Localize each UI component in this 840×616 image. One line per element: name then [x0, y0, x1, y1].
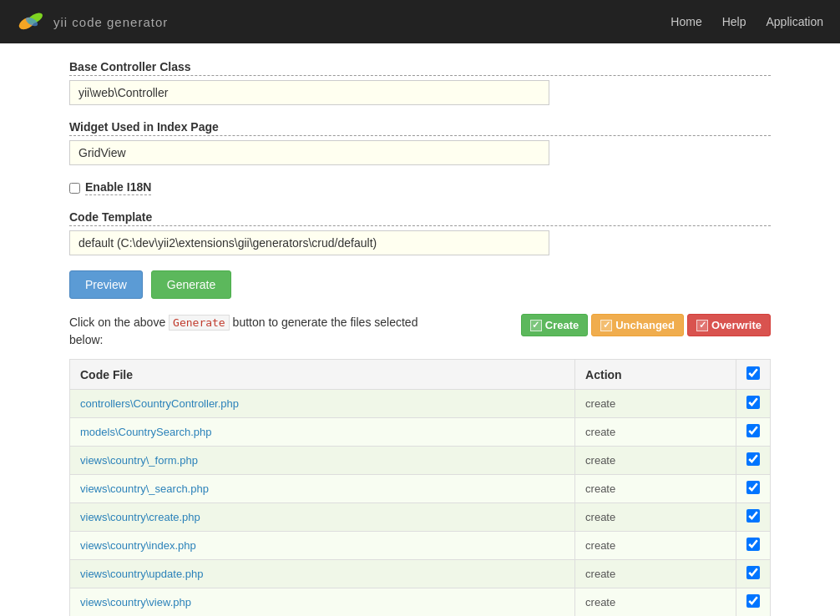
badge-create-label: Create	[545, 319, 579, 331]
widget-label: Widget Used in Index Page	[69, 120, 771, 136]
widget-input[interactable]	[69, 140, 549, 165]
status-row: Click on the above Generate button to ge…	[69, 314, 771, 349]
generate-button[interactable]: Generate	[151, 270, 231, 299]
main-content: Base Controller Class Widget Used in Ind…	[44, 43, 796, 616]
action-cell: create	[575, 418, 736, 447]
row-checkbox-cell	[736, 390, 771, 418]
row-checkbox[interactable]	[746, 424, 760, 437]
button-row: Preview Generate	[69, 270, 771, 299]
file-link[interactable]: views\country\_form.php	[80, 454, 198, 467]
row-checkbox-cell	[736, 560, 771, 588]
status-text: Click on the above Generate button to ge…	[69, 314, 453, 349]
row-checkbox[interactable]	[746, 538, 760, 551]
table-body: controllers\CountryController.php create…	[70, 390, 771, 617]
table-row: controllers\CountryController.php create	[70, 390, 771, 418]
legend-badges: Create Unchanged Overwrite	[521, 314, 771, 336]
badge-unchanged-checkbox	[600, 320, 612, 331]
badge-create: Create	[521, 314, 588, 336]
table-row: models\CountrySearch.php create	[70, 418, 771, 447]
file-link[interactable]: views\country\index.php	[80, 539, 196, 552]
yii-logo-icon	[17, 7, 47, 37]
i18n-label: Enable I18N	[85, 180, 151, 195]
nav-help[interactable]: Help	[722, 15, 746, 28]
row-checkbox[interactable]	[746, 509, 760, 523]
row-checkbox[interactable]	[746, 452, 760, 466]
table-row: views\country\update.php create	[70, 560, 771, 588]
file-cell: views\country\_search.php	[70, 475, 575, 503]
file-link[interactable]: views\country\create.php	[80, 511, 200, 523]
code-template-group: Code Template	[69, 210, 771, 255]
row-checkbox-cell	[736, 503, 771, 532]
action-cell: create	[575, 532, 736, 560]
action-cell: create	[575, 588, 736, 617]
select-all-checkbox[interactable]	[746, 366, 760, 380]
row-checkbox-cell	[736, 588, 771, 617]
row-checkbox[interactable]	[746, 594, 760, 608]
action-cell: create	[575, 475, 736, 503]
file-link[interactable]: views\country\view.php	[80, 596, 191, 608]
file-cell: views\country\_form.php	[70, 447, 575, 475]
file-link[interactable]: views\country\_search.php	[80, 482, 209, 495]
logo-text: yii code generator	[53, 15, 168, 29]
status-prefix: Click on the above	[69, 316, 165, 329]
badge-unchanged-label: Unchanged	[615, 319, 675, 331]
status-keyword: Generate	[169, 315, 230, 331]
action-cell: create	[575, 390, 736, 418]
col-code-file: Code File	[70, 360, 575, 390]
action-cell: create	[575, 503, 736, 532]
file-table: Code File Action controllers\CountryCont…	[69, 359, 771, 616]
i18n-checkbox[interactable]	[69, 183, 80, 194]
base-controller-input[interactable]	[69, 80, 549, 105]
row-checkbox[interactable]	[746, 566, 760, 579]
file-cell: controllers\CountryController.php	[70, 390, 575, 418]
file-link[interactable]: controllers\CountryController.php	[80, 397, 239, 410]
row-checkbox-cell	[736, 532, 771, 560]
file-cell: models\CountrySearch.php	[70, 418, 575, 447]
base-controller-group: Base Controller Class	[69, 60, 771, 105]
col-checkbox-header	[736, 360, 771, 390]
file-cell: views\country\index.php	[70, 532, 575, 560]
table-row: views\country\view.php create	[70, 588, 771, 617]
table-row: views\country\create.php create	[70, 503, 771, 532]
file-link[interactable]: models\CountrySearch.php	[80, 426, 212, 438]
preview-button[interactable]: Preview	[69, 270, 143, 299]
i18n-group: Enable I18N	[69, 180, 771, 195]
table-row: views\country\_search.php create	[70, 475, 771, 503]
badge-overwrite-label: Overwrite	[711, 319, 762, 331]
nav-home[interactable]: Home	[670, 15, 701, 28]
row-checkbox-cell	[736, 447, 771, 475]
row-checkbox[interactable]	[746, 481, 760, 494]
table-row: views\country\index.php create	[70, 532, 771, 560]
file-cell: views\country\create.php	[70, 503, 575, 532]
badge-unchanged: Unchanged	[591, 314, 684, 336]
file-cell: views\country\view.php	[70, 588, 575, 617]
base-controller-label: Base Controller Class	[69, 60, 771, 76]
badge-overwrite: Overwrite	[687, 314, 771, 336]
widget-group: Widget Used in Index Page	[69, 120, 771, 165]
table-row: views\country\_form.php create	[70, 447, 771, 475]
badge-create-checkbox	[530, 320, 542, 331]
file-link[interactable]: views\country\update.php	[80, 568, 203, 580]
code-template-label: Code Template	[69, 210, 771, 226]
badge-overwrite-checkbox	[696, 320, 708, 331]
code-template-input[interactable]	[69, 230, 549, 255]
row-checkbox-cell	[736, 475, 771, 503]
col-action: Action	[575, 360, 736, 390]
row-checkbox-cell	[736, 418, 771, 447]
action-cell: create	[575, 447, 736, 475]
file-cell: views\country\update.php	[70, 560, 575, 588]
header: yii code generator Home Help Application	[0, 0, 840, 43]
action-cell: create	[575, 560, 736, 588]
row-checkbox[interactable]	[746, 396, 760, 409]
header-nav: Home Help Application	[670, 15, 823, 28]
logo: yii code generator	[17, 7, 168, 37]
table-header: Code File Action	[70, 360, 771, 390]
nav-application[interactable]: Application	[767, 15, 824, 28]
